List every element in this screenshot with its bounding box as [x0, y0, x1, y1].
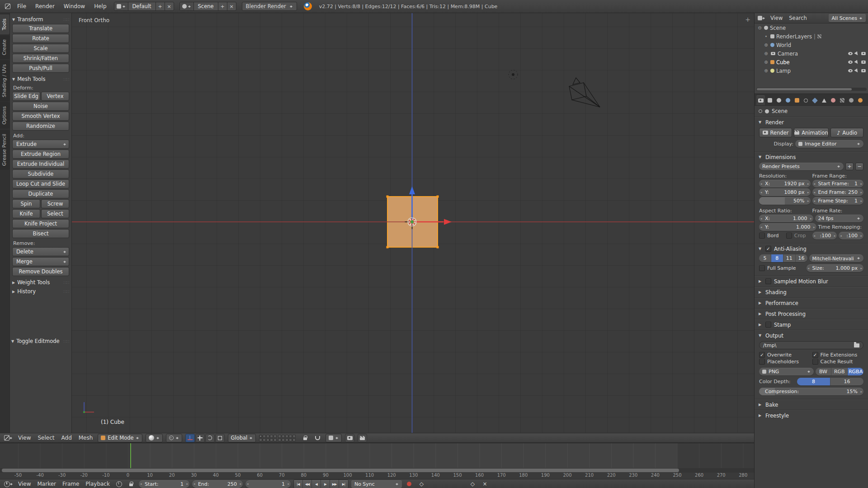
layer-toggle[interactable] — [289, 435, 292, 438]
editor-type-info-button[interactable] — [3, 2, 12, 11]
anti-aliasing-checkbox[interactable] — [765, 246, 771, 252]
opengl-render-button[interactable] — [345, 434, 354, 442]
timeline-track[interactable] — [0, 443, 754, 468]
panel-grip-icon[interactable]: ∷∷ — [63, 289, 69, 294]
tab-render[interactable] — [756, 95, 765, 105]
outliner-row-scene[interactable]: ⊖ Scene — [755, 23, 868, 32]
tab-shading-uvs[interactable]: Shading / UVs — [0, 60, 9, 101]
panel-header-performance[interactable]: ▶ Performance — [755, 298, 868, 308]
screen-layout-delete-button[interactable]: × — [165, 2, 174, 10]
tab-particles[interactable] — [847, 95, 855, 105]
preset-add-button[interactable]: + — [845, 163, 854, 170]
pivot-point-dropdown[interactable] — [166, 434, 182, 442]
viewport-shading-dropdown[interactable] — [146, 434, 163, 442]
timeline-menu-view[interactable]: View — [16, 481, 33, 487]
screen-layout-browse-button[interactable] — [114, 2, 128, 10]
checkbox-box[interactable] — [812, 352, 818, 358]
menu-file[interactable]: File — [13, 0, 30, 13]
layer-toggle[interactable] — [274, 438, 277, 441]
panel-header-freestyle[interactable]: ▶ Freestyle — [755, 410, 868, 421]
knife-select-button[interactable]: Select — [41, 209, 69, 218]
layer-toggle[interactable] — [259, 435, 262, 438]
panel-header-weight-tools[interactable]: ▶ Weight Tools ∷∷ — [12, 278, 69, 287]
viewport-menu-add[interactable]: Add — [60, 435, 74, 441]
render-animation-button[interactable]: Animation — [794, 128, 829, 137]
panel-header-dimensions[interactable]: ▼ Dimensions — [755, 152, 868, 162]
scene-browse-button[interactable] — [180, 2, 194, 10]
transform-orientation-dropdown[interactable]: Global — [228, 434, 256, 442]
timeline-menu-frame[interactable]: Frame — [61, 481, 81, 487]
output-path-field[interactable]: /tmp\ — [759, 341, 863, 349]
menu-help[interactable]: Help — [90, 0, 110, 13]
start-frame-field[interactable]: Start: 1 — [139, 480, 189, 488]
editor-type-outliner-button[interactable] — [757, 14, 766, 23]
scene-add-button[interactable]: + — [218, 2, 227, 10]
panel-header-bake[interactable]: ▶ Bake — [755, 399, 868, 410]
preview-range-button[interactable] — [114, 480, 124, 488]
spin-button[interactable]: Spin — [12, 199, 40, 208]
placeholders-checkbox[interactable]: Placeholders — [759, 359, 811, 365]
opengl-render-anim-button[interactable] — [358, 434, 367, 442]
viewport-menu-select[interactable]: Select — [36, 435, 56, 441]
manipulator-rotate-button[interactable] — [205, 434, 215, 442]
transport-button[interactable]: ◀◀ — [303, 480, 312, 488]
color-mode-rgba[interactable]: RGBA — [848, 368, 863, 375]
renderability-icon[interactable] — [861, 61, 866, 64]
panel-header-mesh-tools[interactable]: ▼ Mesh Tools ∷∷ — [12, 75, 69, 84]
rotate-button[interactable]: Rotate — [12, 34, 69, 43]
scene-delete-button[interactable]: × — [227, 2, 236, 10]
tab-world[interactable] — [783, 95, 792, 105]
screw-button[interactable]: Screw — [41, 199, 69, 208]
shrink-fatten-button[interactable]: Shrink/Fatten — [12, 54, 69, 63]
visibility-eye-icon[interactable] — [848, 69, 853, 72]
checkbox-box[interactable] — [759, 233, 765, 239]
screen-layout-add-button[interactable]: + — [156, 2, 165, 10]
stamp-checkbox[interactable] — [765, 322, 771, 328]
resolution-scale-slider[interactable]: 50% — [759, 197, 811, 205]
delete-keyframe-button[interactable]: × — [480, 480, 490, 488]
checkbox-box[interactable] — [759, 265, 765, 271]
compression-slider[interactable]: Compression: 15% — [759, 388, 863, 395]
panel-grip-icon[interactable]: ∷∷ — [63, 280, 69, 285]
lock-to-scene-button[interactable] — [300, 434, 310, 442]
end-frame-field[interactable]: End Frame:250 — [812, 188, 864, 196]
aspect-y-field[interactable]: Y:1.000 — [759, 223, 816, 231]
folder-icon[interactable] — [854, 343, 859, 347]
disclosure-icon[interactable]: ⊖ — [757, 25, 762, 30]
start-frame-field[interactable]: Start Frame:1 — [812, 180, 864, 188]
randomize-button[interactable]: Randomize — [12, 122, 69, 131]
panel-header-transform[interactable]: ▼ Transform ∷∷ — [12, 15, 69, 24]
render-still-button[interactable]: Render — [759, 128, 792, 137]
transport-button[interactable]: ▶▶ — [330, 480, 339, 488]
motion-blur-checkbox[interactable] — [765, 278, 771, 284]
color-depth-8[interactable]: 8 — [797, 378, 830, 385]
disclosure-icon[interactable]: ⊕ — [764, 68, 769, 73]
merge-dropdown[interactable]: Merge — [12, 257, 69, 266]
panel-grip-icon[interactable]: ∷∷ — [63, 77, 69, 82]
panel-grip-icon[interactable]: ∷∷ — [63, 17, 69, 22]
color-depth-16[interactable]: 16 — [830, 378, 863, 385]
color-mode-rgb[interactable]: RGB — [831, 368, 848, 375]
outliner-row-world[interactable]: ⊕ World — [755, 41, 868, 49]
layer-toggle[interactable] — [282, 435, 285, 438]
current-frame-field[interactable]: 1 — [245, 480, 291, 488]
layer-toggle[interactable] — [285, 435, 288, 438]
viewport-menu-mesh[interactable]: Mesh — [77, 435, 95, 441]
tab-texture[interactable] — [838, 95, 846, 105]
menu-window[interactable]: Window — [60, 0, 89, 13]
tab-material[interactable] — [829, 95, 837, 105]
layer-toggle[interactable] — [278, 435, 281, 438]
render-display-dropdown[interactable]: Image Editor — [795, 140, 863, 148]
mode-dropdown[interactable]: Edit Mode — [98, 434, 142, 442]
knife-button[interactable]: Knife — [12, 209, 40, 218]
viewport-menu-view[interactable]: View — [16, 435, 33, 441]
slide-vertex-button[interactable]: Vertex — [41, 92, 69, 101]
screen-layout-name[interactable]: Default — [128, 3, 156, 9]
render-audio-button[interactable]: ♪Audio — [830, 128, 863, 137]
transport-button[interactable]: ◀ — [312, 480, 321, 488]
redo-panel-header[interactable]: ▼ Toggle Editmode ∷∷ — [11, 337, 69, 346]
overwrite-checkbox[interactable]: Overwrite — [759, 352, 811, 358]
outliner-row-renderlayers[interactable]: • RenderLayers | — [755, 32, 868, 41]
time-remap-old-field[interactable]: :100 — [812, 232, 837, 239]
insert-keyframe-button[interactable]: ◇ — [468, 480, 477, 488]
